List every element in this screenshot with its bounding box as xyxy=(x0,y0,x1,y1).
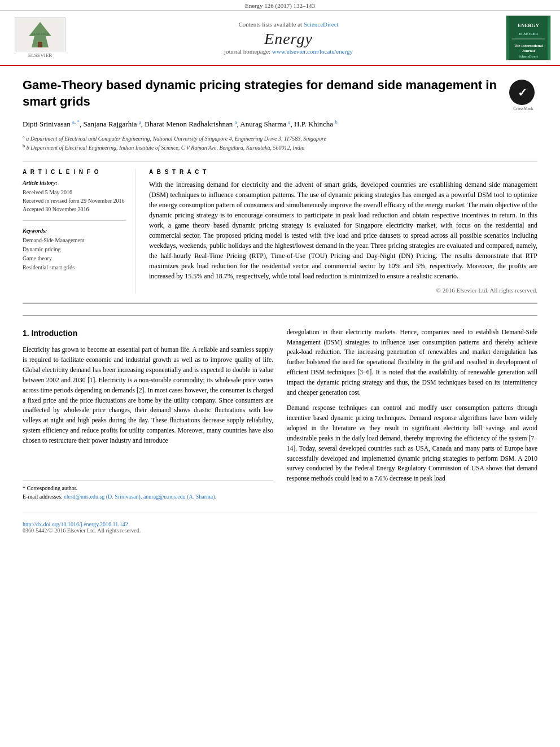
affiliation-a: a a Department of Electrical and Compute… xyxy=(23,134,537,143)
intro-para-right-2: Demand response techniques can control a… xyxy=(287,403,537,484)
elsevier-logo: ELSEVIER ELSEVIER xyxy=(9,18,71,58)
affiliation-b: b b Department of Electrical Engineering… xyxy=(23,143,537,152)
journal-header: ELSEVIER ELSEVIER Contents lists availab… xyxy=(0,11,560,66)
energy-badge-svg: ENERGY ELSEVIER The International Journa… xyxy=(509,16,548,60)
footnotes: * Corresponding author. E-mail addresses… xyxy=(23,480,273,501)
received-date: Received 5 May 2016 xyxy=(23,188,126,196)
divider-info xyxy=(23,220,126,221)
article-history: Article history: Received 5 May 2016 Rec… xyxy=(23,180,126,213)
crossmark-container: ✓ CrossMark xyxy=(509,80,537,111)
article-info: A R T I C L E I N F O Article history: R… xyxy=(23,169,135,294)
svg-rect-3 xyxy=(38,42,42,47)
divider-1 xyxy=(23,161,537,162)
svg-text:Journal: Journal xyxy=(522,49,535,53)
intro-para-left: Electricity has grown to become an essen… xyxy=(23,345,273,445)
crossmark-icon: ✓ xyxy=(509,80,535,105)
article-footer: http://dx.doi.org/10.1016/j.energy.2016.… xyxy=(23,513,537,534)
issn-text: 0360-5442/© 2016 Elsevier Ltd. All right… xyxy=(23,527,537,534)
elsevier-label: ELSEVIER xyxy=(28,53,53,58)
two-column-body: 1. Introduction Electricity has grown to… xyxy=(23,327,537,501)
crossmark-label: CrossMark xyxy=(509,106,537,111)
journal-title: Energy xyxy=(71,30,506,48)
authors: Dipti Srinivasan a, *, Sanjana Rajgarhia… xyxy=(23,118,537,130)
intro-para-right-1: deregulation in their electricity market… xyxy=(287,327,537,398)
abstract-section: A B S T R A C T With the increasing dema… xyxy=(149,169,537,294)
article-title-section: Game-Theory based dynamic pricing strate… xyxy=(23,77,537,111)
journal-center: Contents lists available at ScienceDirec… xyxy=(71,21,506,55)
elsevier-tree-svg: ELSEVIER xyxy=(18,19,63,50)
abstract-text: With the increasing demand for electrici… xyxy=(149,180,537,281)
keyword-1: Demand-Side Management xyxy=(23,236,126,245)
keywords-label: Keywords: xyxy=(23,228,126,234)
svg-text:ELSEVIER: ELSEVIER xyxy=(519,32,539,36)
email-note: E-mail addresses: elesd@nus.edu.sg (D. S… xyxy=(23,492,273,501)
citation-text: Energy 126 (2017) 132–143 xyxy=(245,2,315,9)
elsevier-logo-box: ELSEVIER xyxy=(15,18,65,51)
email-link[interactable]: elesd@nus.edu.sg (D. Srinivasan), anurag… xyxy=(64,493,216,500)
journal-url[interactable]: www.elsevier.com/locate/energy xyxy=(272,48,353,55)
keyword-4: Residential smart grids xyxy=(23,263,126,272)
svg-text:The International: The International xyxy=(514,43,543,47)
sciencedirect-link[interactable]: ScienceDirect xyxy=(304,21,339,28)
crossmark-svg: ✓ xyxy=(511,81,533,104)
history-label: Article history: xyxy=(23,180,126,186)
journal-homepage: journal homepage: www.elsevier.com/locat… xyxy=(71,48,506,55)
svg-text:ENERGY: ENERGY xyxy=(518,23,539,28)
article-info-heading: A R T I C L E I N F O xyxy=(23,169,126,175)
main-content: 1. Introduction Electricity has grown to… xyxy=(23,315,537,534)
contents-available: Contents lists available at ScienceDirec… xyxy=(71,21,506,28)
article-title: Game-Theory based dynamic pricing strate… xyxy=(23,77,504,110)
keyword-2: Dynamic pricing xyxy=(23,245,126,254)
copyright-line: © 2016 Elsevier Ltd. All rights reserved… xyxy=(149,287,537,294)
svg-text:✓: ✓ xyxy=(517,86,527,99)
divider-2 xyxy=(23,303,537,304)
column-left: 1. Introduction Electricity has grown to… xyxy=(23,327,273,501)
corresponding-author-note: * Corresponding author. xyxy=(23,484,273,493)
doi-link: http://dx.doi.org/10.1016/j.energy.2016.… xyxy=(23,521,537,527)
svg-text:ScienceDirect: ScienceDirect xyxy=(519,55,538,58)
article-body: A R T I C L E I N F O Article history: R… xyxy=(23,169,537,294)
journal-citation-bar: Energy 126 (2017) 132–143 xyxy=(0,0,560,11)
affiliations: a a Department of Electrical and Compute… xyxy=(23,134,537,152)
keywords-section: Keywords: Demand-Side Management Dynamic… xyxy=(23,228,126,272)
revised-date: Received in revised form 29 November 201… xyxy=(23,196,126,205)
article-content: Game-Theory based dynamic pricing strate… xyxy=(0,66,560,545)
column-right: deregulation in their electricity market… xyxy=(287,327,537,501)
energy-badge: ENERGY ELSEVIER The International Journa… xyxy=(506,15,551,60)
abstract-heading: A B S T R A C T xyxy=(149,169,537,175)
keyword-3: Game theory xyxy=(23,254,126,263)
accepted-date: Accepted 30 November 2016 xyxy=(23,205,126,213)
intro-section-title: 1. Introduction xyxy=(23,327,273,340)
